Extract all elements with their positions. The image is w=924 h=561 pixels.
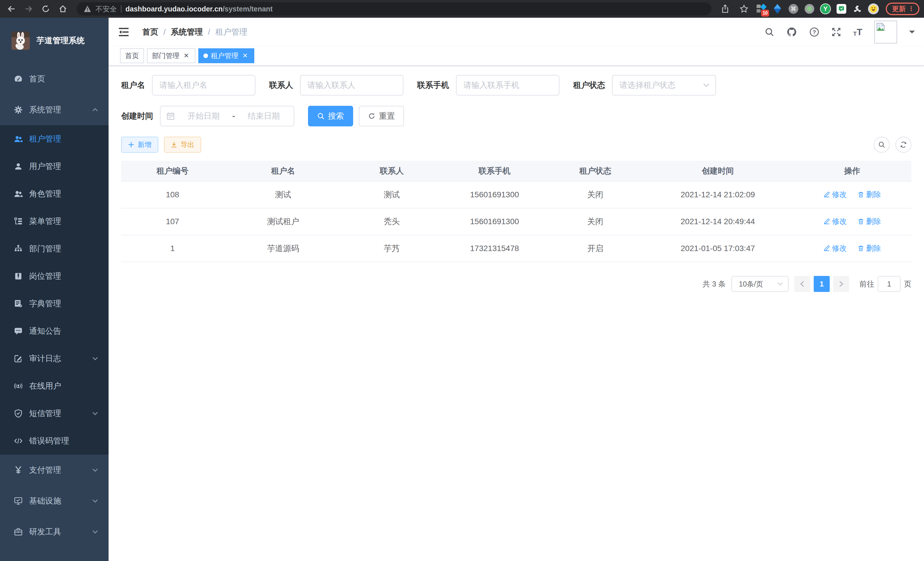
share-button[interactable] — [718, 2, 732, 16]
page-size-select[interactable]: 10条/页 — [731, 276, 789, 292]
page-number-button[interactable]: 1 — [814, 276, 830, 292]
sidebar-item-user[interactable]: 用户管理 — [0, 153, 109, 180]
tab-dept[interactable]: 部门管理 ✕ — [147, 48, 195, 63]
omnibox-divider — [121, 5, 122, 13]
add-button[interactable]: 新增 — [121, 137, 158, 153]
sidebar-item-notice[interactable]: 通知公告 — [0, 317, 109, 345]
reset-button[interactable]: 重置 — [359, 106, 404, 126]
browser-forward-button[interactable] — [22, 2, 35, 16]
browser-toolbar: 不安全 dashboard.yudao.iocoder.cn/system/te… — [0, 0, 924, 18]
extension-y-icon[interactable]: Y — [820, 3, 831, 14]
header-search-button[interactable] — [765, 27, 774, 37]
date-range-picker[interactable]: 开始日期 - 结束日期 — [160, 106, 294, 126]
toolbox-icon — [14, 527, 23, 536]
browser-update-button[interactable]: 更新 ⋮ — [886, 3, 920, 15]
edit-button[interactable]: 修改 — [824, 190, 847, 200]
browser-menu-icon[interactable]: ⋮ — [908, 5, 914, 13]
tenant-users-icon — [14, 134, 23, 144]
next-page-button[interactable] — [833, 276, 849, 292]
col-mobile: 联系手机 — [441, 161, 548, 181]
table-row: 107 测试租户 秃头 15601691300 关闭 2021-12-14 20… — [121, 208, 911, 235]
sidebar-item-dict[interactable]: 字典管理 — [0, 290, 109, 317]
sidebar-item-system[interactable]: 系统管理 — [0, 94, 109, 125]
help-doc-button[interactable]: ? — [809, 27, 819, 37]
sidebar-item-tenant[interactable]: 租户管理 — [0, 125, 109, 153]
url-bar[interactable]: 不安全 dashboard.yudao.iocoder.cn/system/te… — [76, 2, 711, 15]
sidebar-item-pay[interactable]: 支付管理 — [0, 455, 109, 486]
toggle-search-button[interactable] — [874, 137, 890, 153]
delete-button[interactable]: 删除 — [857, 217, 881, 226]
menu-tree-icon — [14, 217, 23, 226]
user-avatar[interactable] — [874, 21, 897, 44]
goto-page-input[interactable] — [878, 276, 901, 292]
extension-modheader-icon[interactable]: 10 — [756, 3, 767, 14]
close-icon[interactable]: ✕ — [241, 52, 249, 60]
edit-button[interactable]: 修改 — [824, 217, 847, 226]
pagination: 共 3 条 10条/页 1 前往 页 — [121, 276, 911, 292]
avatar-dropdown-caret[interactable] — [909, 31, 915, 36]
tab-home[interactable]: 首页 — [120, 48, 144, 63]
fullscreen-button[interactable] — [831, 27, 841, 37]
delete-button[interactable]: 删除 — [857, 190, 881, 200]
sidebar-menu: 首页 系统管理 租户管理 用户管理 — [0, 63, 109, 561]
github-link-button[interactable] — [786, 27, 797, 38]
refresh-icon — [900, 141, 907, 148]
status-select[interactable]: 请选择租户状态 — [612, 75, 716, 96]
sidebar-item-home[interactable]: 首页 — [0, 63, 109, 94]
broken-image-icon — [876, 22, 885, 32]
browser-home-button[interactable] — [56, 2, 70, 16]
chevron-down-icon — [92, 356, 98, 361]
top-navbar: 首页 / 系统管理 / 租户管理 ? TT — [109, 18, 924, 46]
sidebar-collapse-button[interactable] — [119, 28, 129, 36]
mobile-input[interactable] — [456, 75, 560, 96]
shield-check-icon — [14, 409, 23, 418]
fullscreen-icon — [831, 27, 841, 37]
tab-tenant[interactable]: 租户管理 ✕ — [198, 48, 254, 63]
start-date-placeholder: 开始日期 — [179, 111, 228, 122]
sidebar-item-infra[interactable]: 基础设施 — [0, 486, 109, 516]
security-status-label[interactable]: 不安全 — [95, 4, 117, 14]
trash-icon — [857, 245, 864, 252]
sidebar-item-dept[interactable]: 部门管理 — [0, 235, 109, 262]
goto-label: 前往 — [860, 279, 874, 289]
sidebar-item-menu[interactable]: 菜单管理 — [0, 208, 109, 235]
extension-kite-icon[interactable] — [772, 3, 783, 14]
app-logo[interactable]: 芋道管理系统 — [0, 18, 109, 63]
sidebar-item-dev-tools[interactable]: 研发工具 — [0, 516, 109, 547]
col-tenant-name: 租户名 — [224, 161, 343, 181]
search-button[interactable]: 搜索 — [308, 106, 353, 126]
sidebar-item-online-users[interactable]: 在线用户 — [0, 372, 109, 400]
bookmark-star-button[interactable] — [737, 2, 751, 16]
profile-avatar-emoji-icon[interactable] — [868, 3, 879, 14]
breadcrumb-home[interactable]: 首页 — [142, 27, 158, 38]
tenant-name-label: 租户名 — [121, 80, 145, 91]
delete-button[interactable]: 删除 — [857, 243, 881, 253]
export-button[interactable]: 导出 — [164, 137, 201, 153]
browser-back-button[interactable] — [4, 2, 18, 16]
chevron-down-icon — [777, 282, 783, 286]
breadcrumb-system[interactable]: 系统管理 — [171, 27, 203, 38]
font-size-button[interactable]: TT — [853, 27, 862, 37]
sidebar-item-audit-log[interactable]: 审计日志 — [0, 345, 109, 372]
sidebar-item-post[interactable]: 岗位管理 — [0, 262, 109, 290]
github-icon — [786, 27, 797, 38]
contact-input[interactable] — [300, 75, 404, 96]
tenant-name-input[interactable] — [152, 75, 255, 96]
extensions-puzzle-icon[interactable] — [852, 3, 863, 14]
online-user-icon — [14, 381, 23, 391]
browser-reload-button[interactable] — [39, 2, 52, 16]
active-tab-dot — [203, 53, 208, 58]
extension-recorder-icon[interactable] — [804, 3, 815, 14]
status-text: 开启 — [548, 235, 643, 262]
extension-chat-icon[interactable] — [836, 3, 847, 14]
close-icon[interactable]: ✕ — [182, 52, 190, 60]
edit-button[interactable]: 修改 — [824, 243, 847, 253]
prev-page-button[interactable] — [794, 276, 810, 292]
sidebar-item-sms[interactable]: 短信管理 — [0, 400, 109, 427]
sidebar-item-role[interactable]: 角色管理 — [0, 180, 109, 208]
refresh-table-button[interactable] — [896, 137, 911, 153]
svg-text:?: ? — [813, 29, 816, 35]
extension-command-icon[interactable]: ⌘ — [788, 3, 799, 14]
sidebar-item-error-code[interactable]: 错误码管理 — [0, 427, 109, 455]
reload-icon — [41, 5, 50, 13]
